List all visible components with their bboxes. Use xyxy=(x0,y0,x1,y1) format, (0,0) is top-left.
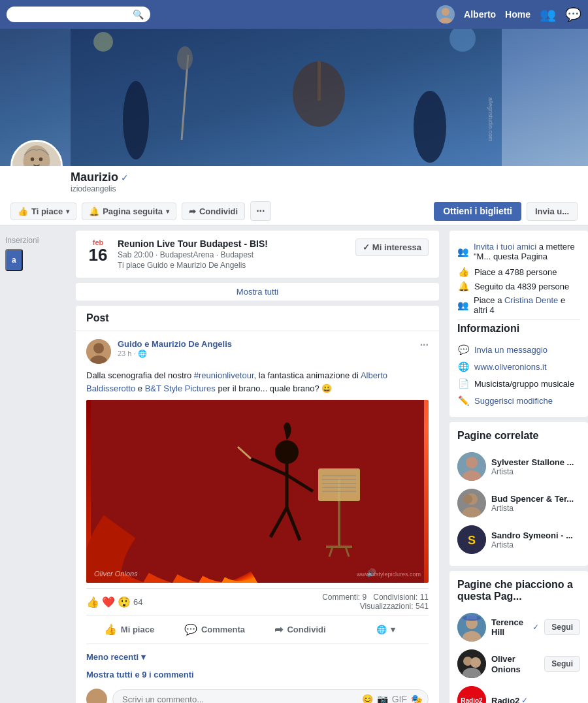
svg-point-25 xyxy=(275,440,299,464)
emoji-icon[interactable]: 😊 xyxy=(362,694,373,703)
friends-icon[interactable]: 👥 xyxy=(540,7,556,22)
profile-avatar: Onions xyxy=(10,140,63,166)
interest-button[interactable]: ✓ Mi interessa xyxy=(355,238,429,256)
sandro-avatar: S xyxy=(457,525,486,554)
more-reactions-button[interactable]: 🌐 ▾ xyxy=(343,619,429,640)
invite-link[interactable]: Invita i tuoi amici xyxy=(474,242,536,252)
views-label: Visualizzazioni: xyxy=(360,602,414,611)
show-comments-button[interactable]: Mostra tutti e 9 i commenti xyxy=(86,667,429,685)
oliver-name[interactable]: Oliver Onions xyxy=(491,654,521,674)
svg-point-17 xyxy=(39,157,43,161)
share-action-icon: ➦ xyxy=(274,623,283,636)
related-pages-title: Pagine correlate xyxy=(457,430,580,442)
svg-rect-23 xyxy=(91,400,424,583)
info-row-category: 📄 Musicista/gruppo musicale xyxy=(457,375,580,392)
camera-icon[interactable]: 📷 xyxy=(377,694,388,703)
get-tickets-button[interactable]: Ottieni i biglietti xyxy=(434,202,521,221)
oliver-avatar xyxy=(457,649,486,678)
terence-name[interactable]: Terence Hill xyxy=(491,617,531,637)
center-col: feb 16 Reunion Live Tour Budapest - BIS!… xyxy=(71,231,444,703)
info-row-website: 🌐 www.oliveronions.it xyxy=(457,358,580,375)
invite-row: 👥 Invita i tuoi amici a mettere "M... qu… xyxy=(457,238,580,265)
action-bar: 👍 Ti piace ▾ 🔔 Pagina seguita ▾ ➦ Condiv… xyxy=(0,197,588,225)
stat-follows-icon: 🔔 xyxy=(457,281,469,291)
main-content: Inserzioni a feb 16 Reunion Live Tour Bu… xyxy=(0,231,588,703)
event-subtitle: Sab 20:00 · BudapestArena · Budapest xyxy=(118,250,348,259)
cristina-dente-link[interactable]: Cristina Dente xyxy=(504,295,558,305)
search-input[interactable]: Maurizio De Angelis xyxy=(13,10,129,20)
liked-page-oliver: Oliver Onions Segui xyxy=(457,646,580,682)
stat-row-follows: 🔔 Seguito da 4839 persone xyxy=(457,279,580,293)
author-link-2[interactable]: B&T Style Pictures xyxy=(145,384,216,393)
sandro-name[interactable]: Sandro Symeoni - ... xyxy=(491,531,573,540)
post-author-info: Guido e Maurizio De Angelis 23 h · 🌐 xyxy=(118,339,232,358)
stallone-name[interactable]: Sylvester Stallone ... xyxy=(491,457,574,467)
post-text: Dalla scenografia del nostro #reunionliv… xyxy=(86,369,429,395)
share-action-button[interactable]: ➦ Condividi xyxy=(257,619,343,640)
share-button[interactable]: ➦ Condividi xyxy=(182,203,245,220)
post-image-sound-icon[interactable]: 🔊 xyxy=(367,568,376,578)
radio2-name[interactable]: Radio2 xyxy=(491,696,519,704)
page-wrapper: allegristudio.com xyxy=(0,29,588,703)
event-card: feb 16 Reunion Live Tour Budapest - BIS!… xyxy=(76,231,439,278)
like-action-button[interactable]: 👍 Mi piace xyxy=(86,619,172,640)
hashtag-link[interactable]: #reunionlivetour xyxy=(194,370,254,380)
comment-input-wrap: 😊 📷 GIF 🎭 xyxy=(112,689,429,704)
ad-button[interactable]: a xyxy=(5,249,23,271)
comments-count: 9 xyxy=(363,593,367,602)
oliver-follow-button[interactable]: Segui xyxy=(544,656,580,672)
bud-info: Bud Spencer & Ter... Artista xyxy=(491,494,574,513)
sticker-icon[interactable]: 🎭 xyxy=(411,694,422,703)
terence-follow-button[interactable]: Segui xyxy=(544,619,580,635)
follow-button[interactable]: 🔔 Pagina seguita ▾ xyxy=(82,203,176,220)
post-image[interactable]: Oliver Onions www.btstylepiclures.com 🔊 xyxy=(86,400,429,583)
website-link[interactable]: www.oliveronions.it xyxy=(474,362,547,372)
meno-recenti-button[interactable]: Meno recenti ▾ xyxy=(86,649,429,667)
event-likes: Ti piace Guido e Maurizio De Angelis xyxy=(118,261,348,270)
nav-home[interactable]: Home xyxy=(505,9,531,20)
page-verified-icon: ✓ xyxy=(121,172,129,183)
liked-page-terence: Terence Hill ✓ Segui xyxy=(457,609,580,646)
bud-name[interactable]: Bud Spencer & Ter... xyxy=(491,494,574,504)
top-nav: Maurizio De Angelis 🔍 Alberto Home 👥 💬 xyxy=(0,0,588,29)
comment-action-button[interactable]: 💬 Commenta xyxy=(172,619,257,640)
show-all-button[interactable]: Mostra tutti xyxy=(76,283,439,301)
event-action: ✓ Mi interessa xyxy=(355,238,429,256)
search-button[interactable]: 🔍 xyxy=(133,9,144,20)
like-action-icon: 👍 xyxy=(104,623,117,636)
chevron-down-icon-2: ▾ xyxy=(166,208,169,215)
bell-icon: 🔔 xyxy=(89,206,99,216)
svg-point-16 xyxy=(31,157,35,161)
bud-avatar xyxy=(457,489,486,517)
post-author-name[interactable]: Guido e Maurizio De Angelis xyxy=(118,339,232,349)
messenger-icon[interactable]: 💬 xyxy=(565,7,581,22)
related-page-stallone: Sylvester Stallone ... Artista xyxy=(457,448,580,485)
svg-text:allegristudio.com: allegristudio.com xyxy=(487,97,494,142)
cover-section: allegristudio.com xyxy=(0,29,588,197)
suggest-edits-link[interactable]: Suggerisci modifiche xyxy=(474,396,553,406)
globe-action-icon: 🌐 xyxy=(376,625,387,634)
svg-rect-7 xyxy=(318,61,321,101)
nav-username[interactable]: Alberto xyxy=(464,9,496,20)
svg-point-8 xyxy=(123,81,149,159)
radio2-info: Radio2 ✓ xyxy=(491,696,528,704)
radio2-avatar: Radio2 xyxy=(457,686,486,703)
bud-type: Artista xyxy=(491,504,574,513)
like-page-button[interactable]: 👍 Ti piace ▾ xyxy=(10,203,76,220)
liked-pages-title: Pagine che piacciono a questa Pag... xyxy=(457,579,580,602)
gif-icon[interactable]: GIF xyxy=(392,694,407,703)
svg-point-43 xyxy=(466,457,478,468)
action-bar-right: Ottieni i biglietti Invia u... xyxy=(434,202,578,221)
sandro-type: Artista xyxy=(491,540,573,549)
shares-label: Condivisioni: xyxy=(373,593,417,602)
post-time: 23 h · 🌐 xyxy=(118,350,232,358)
globe-icon: 🌐 xyxy=(457,361,469,372)
page-handle: iziodeangelis xyxy=(71,184,129,193)
send-message-link[interactable]: Invia un messaggio xyxy=(474,345,547,355)
send-message-button[interactable]: Invia u... xyxy=(527,202,578,221)
more-options-button[interactable]: ··· xyxy=(250,201,270,221)
search-box[interactable]: Maurizio De Angelis 🔍 xyxy=(7,7,150,22)
share-icon: ➦ xyxy=(189,206,196,216)
chevron-down-recenti: ▾ xyxy=(141,652,146,662)
post-menu-button[interactable]: ··· xyxy=(420,339,429,351)
